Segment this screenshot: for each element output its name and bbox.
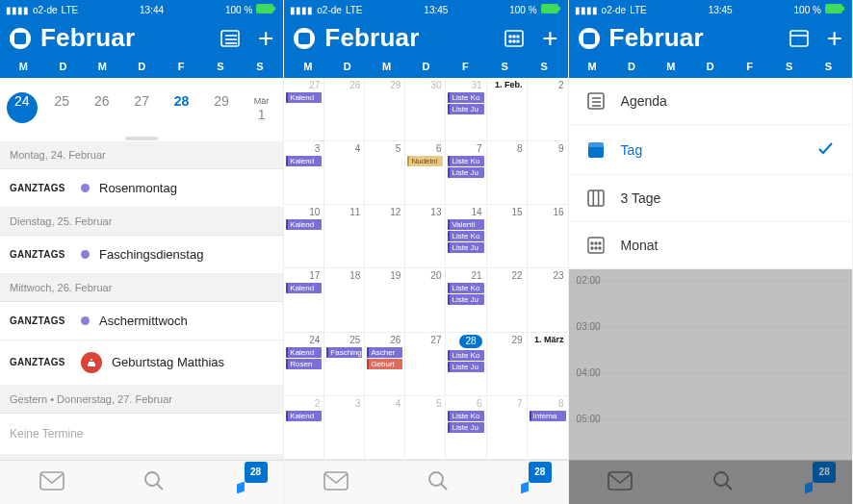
add-event-button[interactable]: + xyxy=(258,25,273,52)
month-cell[interactable]: 27Kalend xyxy=(284,78,324,141)
add-event-button[interactable]: + xyxy=(827,25,842,52)
month-event-chip[interactable]: Liste Ko xyxy=(448,156,483,166)
month-cell[interactable]: 19 xyxy=(365,268,405,332)
date-cell[interactable]: 28 xyxy=(162,86,201,130)
month-cell[interactable]: 1. März xyxy=(528,333,568,396)
month-event-chip[interactable]: Liste Ju xyxy=(448,167,483,178)
mail-tab[interactable] xyxy=(323,471,349,494)
month-cell[interactable]: 28 xyxy=(324,78,365,141)
month-event-chip[interactable]: Kalend xyxy=(286,411,322,421)
month-cell[interactable]: 8Interna xyxy=(528,396,568,460)
month-event-chip[interactable]: Ascher xyxy=(367,347,402,358)
month-cell[interactable]: 7 xyxy=(487,396,528,460)
month-cell[interactable]: 5 xyxy=(405,396,446,460)
month-cell[interactable]: 31Liste KoListe Ju xyxy=(446,78,486,141)
month-cell[interactable]: 6Nudeln! xyxy=(405,141,446,205)
month-event-chip[interactable]: Rosen xyxy=(286,359,322,369)
month-event-chip[interactable]: Geburt xyxy=(367,359,402,369)
search-tab[interactable] xyxy=(711,469,735,496)
viewpicker-option-threeday[interactable]: 3 Tage xyxy=(569,175,852,222)
view-switch-icon[interactable] xyxy=(788,28,810,49)
viewpicker-option-day[interactable]: Tag xyxy=(569,125,852,175)
month-cell[interactable]: 29 xyxy=(487,333,528,396)
month-event-chip[interactable]: Interna xyxy=(530,411,566,421)
view-switch-icon[interactable] xyxy=(504,28,525,49)
date-cell[interactable]: 27 xyxy=(121,86,161,130)
month-cell[interactable]: 10Kalend xyxy=(284,205,324,268)
month-cell[interactable]: 16 xyxy=(528,205,568,268)
month-cell[interactable]: 17Kalend xyxy=(284,268,324,332)
month-cell[interactable]: 20 xyxy=(405,268,446,332)
month-cell[interactable]: 2Kalend xyxy=(284,396,324,460)
month-cell[interactable]: 3Kalend xyxy=(284,141,324,205)
calendar-logo-icon[interactable] xyxy=(10,28,31,49)
month-event-chip[interactable]: Liste Ko xyxy=(448,92,483,103)
month-cell[interactable]: 15 xyxy=(487,205,528,268)
month-cell[interactable]: 18 xyxy=(324,268,365,332)
month-event-chip[interactable]: Liste Ju xyxy=(448,294,483,305)
date-cell[interactable]: 25 xyxy=(41,86,81,130)
month-event-chip[interactable]: Valenti xyxy=(448,219,483,230)
month-cell[interactable]: 29 xyxy=(365,78,405,141)
month-cell[interactable]: 26AscherGeburt xyxy=(365,333,405,396)
date-cell[interactable]: 29 xyxy=(201,86,241,130)
month-grid[interactable]: 27Kalend28293031Liste KoListe Ju1. Feb.2… xyxy=(284,78,567,460)
month-cell[interactable]: 2 xyxy=(528,78,568,141)
month-event-chip[interactable]: Liste Ko xyxy=(448,411,483,421)
search-tab[interactable] xyxy=(142,469,166,496)
month-cell[interactable]: 24KalendRosen xyxy=(284,333,324,396)
view-switch-icon[interactable] xyxy=(220,28,241,49)
month-cell[interactable]: 7Liste KoListe Ju xyxy=(446,141,486,205)
month-event-chip[interactable]: Liste Ju xyxy=(448,242,483,253)
month-event-chip[interactable]: Liste Ju xyxy=(448,422,483,433)
month-event-chip[interactable]: Nudeln! xyxy=(407,156,443,166)
month-event-chip[interactable]: Liste Ko xyxy=(448,350,483,361)
mail-tab[interactable] xyxy=(39,471,65,494)
month-title[interactable]: Februar xyxy=(609,23,704,53)
month-event-chip[interactable]: Liste Ju xyxy=(448,104,483,114)
month-event-chip[interactable]: Liste Ko xyxy=(448,231,483,241)
agenda-list[interactable]: Montag, 24. FebruarGANZTAGSRosenmontagDi… xyxy=(0,141,283,460)
month-cell[interactable]: 12 xyxy=(365,205,405,268)
month-event-chip[interactable]: Kalend xyxy=(286,92,322,103)
agenda-event[interactable]: GANZTAGSAschermittwoch xyxy=(0,302,283,340)
month-cell[interactable]: 4 xyxy=(324,141,365,205)
month-cell[interactable]: 25Fasching xyxy=(324,333,365,396)
month-event-chip[interactable]: Kalend xyxy=(286,283,322,293)
calendar-logo-icon[interactable] xyxy=(579,28,600,49)
agenda-event[interactable]: GANZTAGSRosenmontag xyxy=(0,169,283,208)
month-cell[interactable]: 11 xyxy=(324,205,365,268)
month-event-chip[interactable]: Fasching xyxy=(326,347,362,358)
month-title[interactable]: Februar xyxy=(324,23,419,53)
month-cell[interactable]: 5 xyxy=(365,141,405,205)
date-cell[interactable]: Mär1 xyxy=(242,86,281,130)
month-event-chip[interactable]: Kalend xyxy=(286,156,322,166)
month-event-chip[interactable]: Liste Ju xyxy=(448,362,483,372)
viewpicker-option-month[interactable]: Monat xyxy=(569,222,852,269)
month-event-chip[interactable]: Liste Ko xyxy=(448,283,483,293)
month-cell[interactable]: 6Liste KoListe Ju xyxy=(446,396,486,460)
month-cell[interactable]: 8 xyxy=(487,141,528,205)
month-cell[interactable]: 9 xyxy=(528,141,568,205)
calendar-logo-icon[interactable] xyxy=(294,28,315,49)
month-cell[interactable]: 14ValentiListe KoListe Ju xyxy=(446,205,486,268)
month-cell[interactable]: 27 xyxy=(405,333,446,396)
month-event-chip[interactable]: Kalend xyxy=(286,347,322,358)
date-scroller[interactable]: 242526272829Mär1 xyxy=(0,78,283,138)
month-event-chip[interactable]: Kalend xyxy=(286,219,322,230)
search-tab[interactable] xyxy=(426,469,450,496)
month-cell[interactable]: 4 xyxy=(365,396,405,460)
month-cell[interactable]: 13 xyxy=(405,205,446,268)
mail-tab[interactable] xyxy=(607,471,633,494)
month-cell[interactable]: 23 xyxy=(528,268,568,332)
month-cell[interactable]: 3 xyxy=(324,396,365,460)
agenda-event[interactable]: GANZTAGSGeburtstag Matthias xyxy=(0,340,283,386)
date-cell[interactable]: 26 xyxy=(82,86,121,130)
month-cell[interactable]: 1. Feb. xyxy=(487,78,528,141)
date-cell[interactable]: 24 xyxy=(2,86,41,130)
month-title[interactable]: Februar xyxy=(40,23,135,53)
month-cell[interactable]: 21Liste KoListe Ju xyxy=(446,268,486,332)
add-event-button[interactable]: + xyxy=(542,25,557,52)
month-cell[interactable]: 22 xyxy=(487,268,528,332)
agenda-event[interactable]: GANZTAGSFaschingsdienstag xyxy=(0,236,283,274)
